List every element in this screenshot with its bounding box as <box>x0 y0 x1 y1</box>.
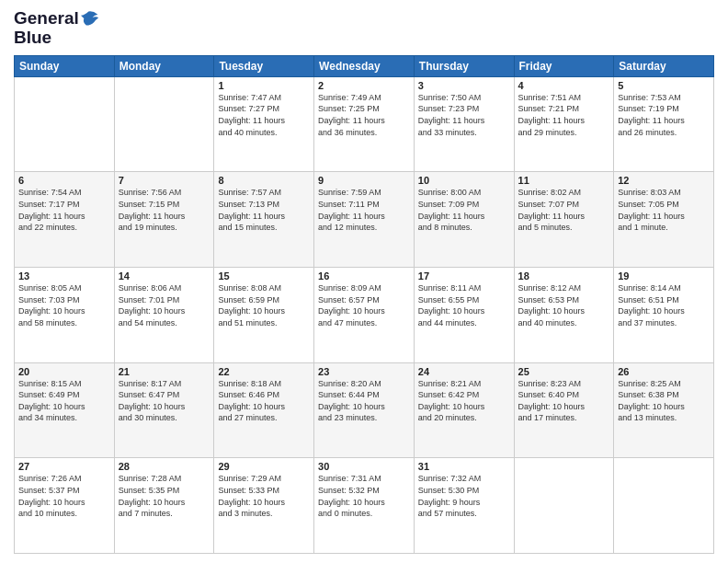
week-row-1: 1Sunrise: 7:47 AM Sunset: 7:27 PM Daylig… <box>15 76 714 172</box>
day-info: Sunrise: 8:03 AM Sunset: 7:05 PM Dayligh… <box>618 187 710 233</box>
week-row-5: 27Sunrise: 7:26 AM Sunset: 5:37 PM Dayli… <box>15 458 714 554</box>
day-number: 29 <box>218 461 310 472</box>
day-number: 15 <box>218 270 310 282</box>
day-number: 4 <box>518 80 610 91</box>
day-info: Sunrise: 8:20 AM Sunset: 6:44 PM Dayligh… <box>318 378 410 424</box>
day-cell-26: 26Sunrise: 8:25 AM Sunset: 6:38 PM Dayli… <box>614 362 714 458</box>
day-cell-20: 20Sunrise: 8:15 AM Sunset: 6:49 PM Dayli… <box>15 362 115 458</box>
day-cell-4: 4Sunrise: 7:51 AM Sunset: 7:21 PM Daylig… <box>514 76 614 172</box>
day-cell-25: 25Sunrise: 8:23 AM Sunset: 6:40 PM Dayli… <box>514 362 614 458</box>
day-cell-21: 21Sunrise: 8:17 AM Sunset: 6:47 PM Dayli… <box>114 362 214 458</box>
day-cell-9: 9Sunrise: 7:59 AM Sunset: 7:11 PM Daylig… <box>314 172 415 268</box>
day-info: Sunrise: 8:05 AM Sunset: 7:03 PM Dayligh… <box>18 282 110 328</box>
day-cell-11: 11Sunrise: 8:02 AM Sunset: 7:07 PM Dayli… <box>514 172 614 268</box>
day-info: Sunrise: 8:12 AM Sunset: 6:53 PM Dayligh… <box>518 282 610 328</box>
logo-bird-icon <box>81 10 99 27</box>
day-cell-19: 19Sunrise: 8:14 AM Sunset: 6:51 PM Dayli… <box>614 268 714 363</box>
day-number: 3 <box>418 80 510 91</box>
day-cell-7: 7Sunrise: 7:56 AM Sunset: 7:15 PM Daylig… <box>114 172 214 268</box>
day-cell-31: 31Sunrise: 7:32 AM Sunset: 5:30 PM Dayli… <box>414 458 514 554</box>
day-number: 27 <box>18 461 110 472</box>
day-number: 23 <box>318 366 410 377</box>
day-cell-6: 6Sunrise: 7:54 AM Sunset: 7:17 PM Daylig… <box>15 172 115 268</box>
day-cell-13: 13Sunrise: 8:05 AM Sunset: 7:03 PM Dayli… <box>15 268 115 363</box>
day-cell-28: 28Sunrise: 7:28 AM Sunset: 5:35 PM Dayli… <box>114 458 214 554</box>
day-cell-empty <box>15 76 115 172</box>
day-cell-8: 8Sunrise: 7:57 AM Sunset: 7:13 PM Daylig… <box>214 172 314 268</box>
day-info: Sunrise: 8:02 AM Sunset: 7:07 PM Dayligh… <box>518 187 610 233</box>
day-info: Sunrise: 8:08 AM Sunset: 6:59 PM Dayligh… <box>218 282 310 328</box>
day-info: Sunrise: 8:23 AM Sunset: 6:40 PM Dayligh… <box>518 378 610 424</box>
day-cell-23: 23Sunrise: 8:20 AM Sunset: 6:44 PM Dayli… <box>314 362 415 458</box>
day-cell-14: 14Sunrise: 8:06 AM Sunset: 7:01 PM Dayli… <box>114 268 214 363</box>
day-cell-27: 27Sunrise: 7:26 AM Sunset: 5:37 PM Dayli… <box>15 458 115 554</box>
week-row-4: 20Sunrise: 8:15 AM Sunset: 6:49 PM Dayli… <box>15 362 714 458</box>
day-info: Sunrise: 8:21 AM Sunset: 6:42 PM Dayligh… <box>418 378 510 424</box>
day-number: 12 <box>618 175 710 186</box>
day-cell-5: 5Sunrise: 7:53 AM Sunset: 7:19 PM Daylig… <box>614 76 714 172</box>
weekday-header-tuesday: Tuesday <box>214 55 314 76</box>
page-header: General Blue <box>14 9 714 48</box>
day-info: Sunrise: 7:59 AM Sunset: 7:11 PM Dayligh… <box>318 187 410 233</box>
day-cell-16: 16Sunrise: 8:09 AM Sunset: 6:57 PM Dayli… <box>314 268 415 363</box>
day-cell-15: 15Sunrise: 8:08 AM Sunset: 6:59 PM Dayli… <box>214 268 314 363</box>
day-number: 11 <box>518 175 610 186</box>
day-info: Sunrise: 8:18 AM Sunset: 6:46 PM Dayligh… <box>218 378 310 424</box>
day-info: Sunrise: 7:51 AM Sunset: 7:21 PM Dayligh… <box>518 92 610 138</box>
day-info: Sunrise: 8:11 AM Sunset: 6:55 PM Dayligh… <box>418 282 510 328</box>
day-number: 16 <box>318 270 410 282</box>
day-info: Sunrise: 7:29 AM Sunset: 5:33 PM Dayligh… <box>218 473 310 519</box>
day-cell-empty <box>614 458 714 554</box>
weekday-header-saturday: Saturday <box>614 55 714 76</box>
day-info: Sunrise: 7:50 AM Sunset: 7:23 PM Dayligh… <box>418 92 510 138</box>
day-number: 20 <box>18 366 110 377</box>
day-cell-2: 2Sunrise: 7:49 AM Sunset: 7:25 PM Daylig… <box>314 76 415 172</box>
day-number: 26 <box>618 366 710 377</box>
day-info: Sunrise: 7:47 AM Sunset: 7:27 PM Dayligh… <box>218 92 310 138</box>
day-info: Sunrise: 8:15 AM Sunset: 6:49 PM Dayligh… <box>18 378 110 424</box>
day-number: 2 <box>318 80 410 91</box>
day-number: 30 <box>318 461 410 472</box>
day-info: Sunrise: 7:31 AM Sunset: 5:32 PM Dayligh… <box>318 473 410 519</box>
day-cell-18: 18Sunrise: 8:12 AM Sunset: 6:53 PM Dayli… <box>514 268 614 363</box>
day-number: 13 <box>18 270 110 282</box>
day-number: 24 <box>418 366 510 377</box>
week-row-2: 6Sunrise: 7:54 AM Sunset: 7:17 PM Daylig… <box>15 172 714 268</box>
day-cell-22: 22Sunrise: 8:18 AM Sunset: 6:46 PM Dayli… <box>214 362 314 458</box>
day-number: 1 <box>218 80 310 91</box>
day-info: Sunrise: 8:14 AM Sunset: 6:51 PM Dayligh… <box>618 282 710 328</box>
week-row-3: 13Sunrise: 8:05 AM Sunset: 7:03 PM Dayli… <box>15 268 714 363</box>
day-cell-empty <box>514 458 614 554</box>
day-number: 21 <box>119 366 210 377</box>
day-number: 6 <box>18 175 110 186</box>
day-number: 25 <box>518 366 610 377</box>
day-cell-empty <box>114 76 214 172</box>
weekday-header-row: SundayMondayTuesdayWednesdayThursdayFrid… <box>15 55 714 76</box>
day-number: 19 <box>618 270 710 282</box>
weekday-header-thursday: Thursday <box>414 55 514 76</box>
day-number: 31 <box>418 461 510 472</box>
weekday-header-sunday: Sunday <box>15 55 115 76</box>
day-cell-12: 12Sunrise: 8:03 AM Sunset: 7:05 PM Dayli… <box>614 172 714 268</box>
day-info: Sunrise: 7:32 AM Sunset: 5:30 PM Dayligh… <box>418 473 510 519</box>
day-number: 14 <box>119 270 210 282</box>
day-number: 7 <box>119 175 210 186</box>
day-info: Sunrise: 7:53 AM Sunset: 7:19 PM Dayligh… <box>618 92 710 138</box>
day-number: 5 <box>618 80 710 91</box>
day-info: Sunrise: 7:57 AM Sunset: 7:13 PM Dayligh… <box>218 187 310 233</box>
day-number: 17 <box>418 270 510 282</box>
day-cell-1: 1Sunrise: 7:47 AM Sunset: 7:27 PM Daylig… <box>214 76 314 172</box>
day-info: Sunrise: 8:17 AM Sunset: 6:47 PM Dayligh… <box>119 378 210 424</box>
day-cell-10: 10Sunrise: 8:00 AM Sunset: 7:09 PM Dayli… <box>414 172 514 268</box>
weekday-header-wednesday: Wednesday <box>314 55 415 76</box>
day-info: Sunrise: 7:54 AM Sunset: 7:17 PM Dayligh… <box>18 187 110 233</box>
weekday-header-monday: Monday <box>114 55 214 76</box>
day-cell-24: 24Sunrise: 8:21 AM Sunset: 6:42 PM Dayli… <box>414 362 514 458</box>
day-number: 28 <box>119 461 210 472</box>
day-cell-3: 3Sunrise: 7:50 AM Sunset: 7:23 PM Daylig… <box>414 76 514 172</box>
day-info: Sunrise: 8:09 AM Sunset: 6:57 PM Dayligh… <box>318 282 410 328</box>
day-info: Sunrise: 8:06 AM Sunset: 7:01 PM Dayligh… <box>119 282 210 328</box>
day-cell-17: 17Sunrise: 8:11 AM Sunset: 6:55 PM Dayli… <box>414 268 514 363</box>
day-number: 22 <box>218 366 310 377</box>
day-info: Sunrise: 7:26 AM Sunset: 5:37 PM Dayligh… <box>18 473 110 519</box>
